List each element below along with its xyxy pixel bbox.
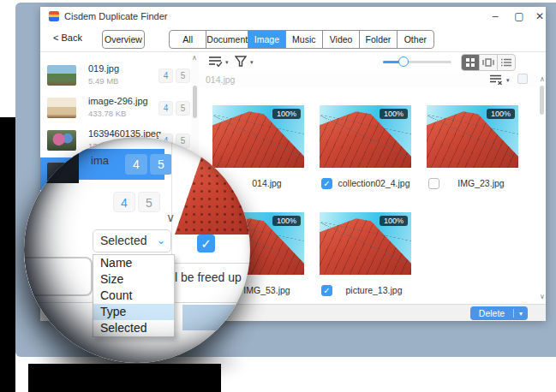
tab-video[interactable]: Video — [323, 31, 360, 48]
zoomed-row-label: ima — [91, 154, 109, 167]
tab-other[interactable]: Other — [398, 31, 433, 48]
filter-icon[interactable] — [235, 56, 247, 68]
sidebar-row-019[interactable]: 019.jpg 5.49 MB 4 5 — [40, 60, 191, 92]
duplicate-image-img23[interactable]: 100% — [427, 105, 518, 168]
category-tabs: All Document Image Music Video Folder Ot… — [169, 30, 434, 49]
list-view-button[interactable] — [498, 55, 515, 70]
tab-image[interactable]: Image — [248, 31, 285, 48]
zoomed-sort-menu: Name Size Count Type Selected — [93, 254, 175, 337]
badge-count-right[interactable]: 5 — [176, 68, 190, 83]
title-bar: Cisdem Duplicate Finder – ▢ ✕ — [40, 7, 546, 26]
duplicate-image-picture13[interactable]: 100% — [320, 212, 411, 275]
delete-button[interactable]: Delete ▼ — [470, 306, 528, 320]
match-percent-badge: 100% — [272, 109, 301, 119]
match-percent-badge: 100% — [487, 109, 515, 119]
tab-folder[interactable]: Folder — [360, 31, 397, 48]
grid-view-button[interactable] — [462, 55, 480, 70]
overview-button[interactable]: Overview — [102, 30, 145, 49]
thumbnail-019 — [47, 65, 76, 86]
zoomed-scroll-down-icon[interactable]: ∨ — [166, 211, 175, 224]
file-label-img23: IMG_23.jpg — [444, 178, 518, 188]
view-mode-switcher — [461, 54, 516, 71]
match-percent-badge: 100% — [380, 109, 408, 119]
tab-music[interactable]: Music — [286, 31, 323, 48]
main-scroll-up-icon[interactable]: ∧ — [540, 75, 545, 83]
sidebar-row-image296[interactable]: image-296.jpg 433.78 KB 4 5 — [40, 92, 191, 125]
match-percent-badge: 100% — [272, 216, 301, 226]
minimize-button[interactable]: – — [488, 9, 502, 23]
chevron-down-icon: ⌄ — [157, 230, 165, 252]
menu-item-name[interactable]: Name — [93, 255, 174, 271]
main-scrollbar-thumb[interactable] — [540, 86, 544, 115]
zoomed-badge-left-selected[interactable]: 4 — [125, 154, 147, 175]
checkbox-img23[interactable] — [428, 178, 439, 189]
file-size: 433.78 KB — [88, 109, 126, 118]
magnifier-circle: 4 5 ima 4 5 ∨ 2.99 GB of st l be freed u… — [24, 137, 250, 363]
zoomed-badge-right[interactable]: 5 — [138, 192, 160, 212]
group-actions-dropdown-icon[interactable]: ▾ — [506, 77, 510, 84]
badge-count-left[interactable]: 4 — [158, 68, 173, 83]
window-title: Cisdem Duplicate Finder — [64, 11, 167, 21]
sidebar-scroll-up-icon[interactable]: ∧ — [192, 54, 197, 62]
duplicate-image-014[interactable]: 100% — [212, 105, 304, 168]
tab-document[interactable]: Document — [206, 31, 248, 48]
carousel-view-button[interactable] — [480, 55, 498, 70]
badge-count-right[interactable]: 5 — [176, 101, 190, 116]
select-list-dropdown-icon[interactable]: ▾ — [225, 59, 229, 66]
file-size: 5.49 MB — [88, 76, 118, 86]
back-button[interactable]: < Back — [53, 33, 82, 43]
delete-button-label: Delete — [470, 308, 513, 318]
sidebar-scrollbar-thumb[interactable] — [193, 86, 197, 118]
toolbar: < Back Overview All Document Image Music… — [40, 26, 546, 52]
thumbnail-1639460135 — [47, 130, 76, 151]
zoomed-storage-text-right: l be freed up — [175, 270, 242, 284]
zoomed-badge-right-selected[interactable]: 5 — [150, 154, 172, 175]
group-deselect-list-icon[interactable] — [490, 74, 504, 85]
zoomed-search-input[interactable] — [24, 257, 93, 296]
menu-item-count[interactable]: Count — [93, 288, 174, 304]
zoomed-checkbox-checked[interactable] — [197, 235, 215, 252]
select-list-icon[interactable] — [208, 56, 224, 68]
menu-item-type[interactable]: Type — [93, 304, 174, 320]
zoomed-badge-left[interactable]: 4 — [113, 192, 135, 212]
zoomed-sort-dropdown-value: Selected — [100, 234, 146, 247]
close-button[interactable]: ✕ — [533, 9, 547, 23]
thumbnail-image296 — [47, 98, 76, 118]
app-icon — [49, 11, 59, 21]
file-label-picture13: picture_13.jpg — [337, 285, 411, 295]
menu-item-size[interactable]: Size — [93, 271, 174, 288]
file-label-collection02: collection02_4.jpg — [337, 178, 411, 188]
match-percent-badge: 100% — [380, 216, 408, 226]
file-name: 019.jpg — [88, 63, 119, 74]
delete-dropdown-icon[interactable]: ▼ — [514, 311, 528, 317]
group-name: 014.jpg — [206, 74, 235, 85]
file-name: image-296.jpg — [88, 96, 148, 106]
backdrop-black-column — [0, 117, 15, 392]
thumbnail-zoom-slider-thumb[interactable] — [398, 56, 409, 67]
marketing-canvas: Cisdem Duplicate Finder – ▢ ✕ < Back Ove… — [0, 0, 556, 392]
checkbox-picture13[interactable] — [321, 285, 332, 296]
main-scroll-down-icon[interactable]: ∨ — [540, 293, 545, 300]
checkbox-collection02[interactable] — [321, 178, 332, 189]
badge-count-left[interactable]: 4 — [158, 101, 173, 116]
file-label-014: 014.jpg — [230, 178, 304, 188]
zoomed-sidebar-divider — [171, 137, 172, 258]
duplicate-image-collection02[interactable]: 100% — [320, 105, 411, 168]
menu-item-selected[interactable]: Selected — [93, 320, 174, 336]
zoomed-sort-dropdown[interactable]: Selected ⌄ — [93, 229, 171, 252]
tab-all[interactable]: All — [170, 31, 206, 48]
group-header: 014.jpg ▾ — [199, 72, 538, 87]
maximize-button[interactable]: ▢ — [512, 9, 526, 23]
group-select-checkbox[interactable] — [517, 74, 528, 84]
filter-dropdown-icon[interactable]: ▾ — [250, 59, 254, 66]
